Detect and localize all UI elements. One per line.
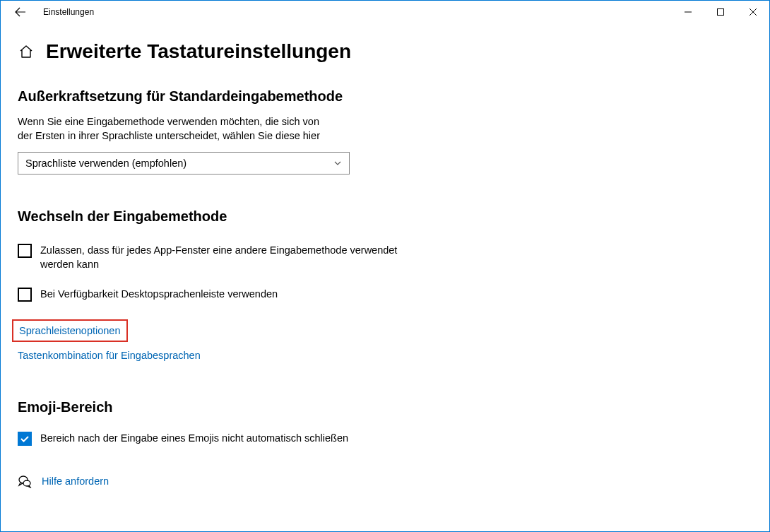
checkbox-emoji-panel-stay-open[interactable] <box>18 432 32 446</box>
window-title: Einstellungen <box>43 7 94 17</box>
checkbox-label: Bei Verfügbarkeit Desktopsprachenleiste … <box>40 287 278 301</box>
checkbox-label: Zulassen, dass für jedes App-Fenster ein… <box>40 243 399 272</box>
checkbox-per-app-input[interactable] <box>18 244 32 258</box>
link-input-language-hotkeys[interactable]: Tastenkombination für Eingabesprachen <box>18 350 201 361</box>
home-button[interactable] <box>18 43 35 60</box>
svg-rect-0 <box>718 9 724 16</box>
section-title: Wechseln der Eingabemethode <box>18 208 752 225</box>
content-area: Erweiterte Tastatureinstellungen Außerkr… <box>1 23 769 488</box>
section-emoji-panel: Emoji-Bereich Bereich nach der Eingabe e… <box>18 399 752 446</box>
page-title: Erweiterte Tastatureinstellungen <box>46 40 351 63</box>
link-get-help[interactable]: Hilfe anfordern <box>42 475 109 487</box>
maximize-button[interactable] <box>704 1 737 23</box>
minimize-icon <box>685 8 692 16</box>
dropdown-value: Sprachliste verwenden (empfohlen) <box>25 158 186 169</box>
section-title: Emoji-Bereich <box>18 399 752 415</box>
section-description: Wenn Sie eine Eingabemethode verwenden m… <box>18 114 328 143</box>
titlebar: Einstellungen <box>1 1 769 23</box>
check-icon <box>20 434 30 444</box>
checkbox-desktop-language-bar[interactable] <box>18 288 32 302</box>
chevron-down-icon <box>333 159 342 167</box>
section-default-input-override: Außerkraftsetzung für Standardeingabemet… <box>18 88 752 175</box>
window-controls <box>672 1 769 23</box>
home-icon <box>19 45 33 59</box>
checkbox-label: Bereich nach der Eingabe eines Emojis ni… <box>40 431 348 445</box>
input-method-dropdown[interactable]: Sprachliste verwenden (empfohlen) <box>18 152 350 175</box>
close-button[interactable] <box>737 1 769 23</box>
arrow-left-icon <box>15 6 26 18</box>
checkbox-row-per-app-input: Zulassen, dass für jedes App-Fenster ein… <box>18 243 399 272</box>
page-header: Erweiterte Tastatureinstellungen <box>18 40 752 63</box>
minimize-button[interactable] <box>672 1 704 23</box>
link-language-bar-options[interactable]: Sprachleistenoptionen <box>18 325 122 336</box>
checkbox-row-emoji-panel: Bereich nach der Eingabe eines Emojis ni… <box>18 431 399 446</box>
section-switch-input-method: Wechseln der Eingabemethode Zulassen, da… <box>18 208 752 374</box>
checkbox-row-desktop-language-bar: Bei Verfügbarkeit Desktopsprachenleiste … <box>18 287 399 302</box>
maximize-icon <box>717 8 724 16</box>
back-button[interactable] <box>6 1 35 23</box>
close-icon <box>750 8 757 16</box>
help-icon <box>18 474 32 488</box>
section-title: Außerkraftsetzung für Standardeingabemet… <box>18 88 752 105</box>
help-row: Hilfe anfordern <box>18 474 752 488</box>
